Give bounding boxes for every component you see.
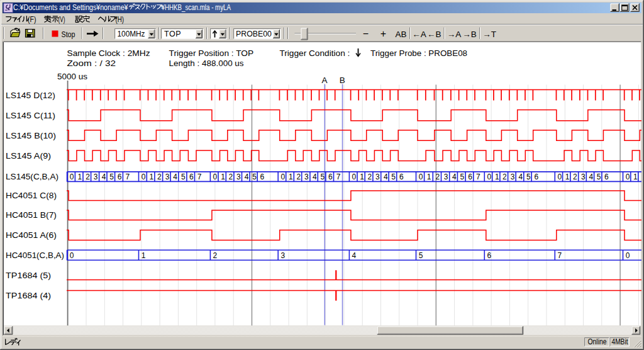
svg-text:Zoom : / 32: Zoom : / 32: [67, 59, 116, 68]
svg-text:2: 2: [297, 172, 301, 181]
svg-text:7: 7: [197, 172, 202, 181]
svg-text:0: 0: [213, 172, 218, 181]
svg-text:4: 4: [384, 172, 388, 181]
svg-text:6: 6: [328, 172, 333, 181]
svg-text:5: 5: [109, 172, 114, 181]
svg-text:3: 3: [280, 251, 285, 260]
svg-text:0: 0: [280, 172, 285, 181]
svg-text:Trigger Probe : PROBE08: Trigger Probe : PROBE08: [370, 48, 467, 58]
svg-text:0: 0: [487, 172, 492, 181]
svg-text:1: 1: [221, 172, 225, 181]
svg-text:Length : 488.000 us: Length : 488.000 us: [169, 59, 245, 68]
svg-text:4: 4: [518, 172, 523, 181]
svg-text:0: 0: [70, 251, 74, 260]
svg-text:Trigger Position : TOP: Trigger Position : TOP: [169, 48, 254, 58]
svg-text:6: 6: [189, 172, 194, 181]
svg-text:1: 1: [427, 172, 431, 181]
svg-text:6: 6: [468, 172, 472, 181]
svg-text:4: 4: [245, 172, 249, 181]
svg-text:0: 0: [352, 172, 357, 181]
svg-text:6: 6: [399, 172, 404, 181]
svg-text:(V): (V): [58, 15, 65, 24]
svg-text:LS145 A(9): LS145 A(9): [6, 151, 51, 161]
svg-text:TP1684 (5): TP1684 (5): [6, 271, 51, 280]
svg-text:0: 0: [558, 172, 562, 181]
svg-text:5000 us: 5000 us: [57, 72, 88, 81]
svg-text:LS145 B(10): LS145 B(10): [6, 131, 56, 140]
svg-text:0: 0: [70, 172, 74, 181]
svg-text:1: 1: [78, 172, 82, 181]
svg-text:TOP: TOP: [164, 30, 181, 38]
svg-text:1: 1: [633, 172, 638, 181]
svg-text:1: 1: [360, 172, 364, 181]
svg-text:6: 6: [118, 172, 122, 181]
svg-text:1: 1: [495, 172, 499, 181]
svg-text:3: 3: [511, 172, 515, 181]
svg-text:5: 5: [181, 172, 186, 181]
svg-text:0: 0: [626, 172, 630, 181]
svg-text:3: 3: [581, 172, 586, 181]
svg-text:2: 2: [502, 172, 507, 181]
svg-text:HC4051 C(8): HC4051 C(8): [6, 191, 57, 200]
svg-text:B: B: [340, 76, 345, 85]
svg-text:7: 7: [126, 172, 130, 181]
svg-text:→B: →B: [462, 30, 477, 39]
svg-text:−: −: [363, 28, 369, 39]
svg-text:0: 0: [626, 251, 630, 260]
svg-text:Stop: Stop: [62, 30, 75, 39]
svg-text:1: 1: [289, 172, 293, 181]
svg-text:2: 2: [229, 172, 233, 181]
svg-text:(H): (H): [116, 15, 125, 24]
svg-text:0: 0: [142, 172, 146, 181]
svg-text:¥HHKB_scan.mla - myLA: ¥HHKB_scan.mla - myLA: [161, 3, 231, 12]
svg-text:4: 4: [589, 172, 594, 181]
svg-text:2: 2: [213, 251, 218, 260]
svg-text:Trigger Condition :: Trigger Condition :: [279, 48, 350, 58]
svg-text:PROBE00: PROBE00: [236, 30, 272, 38]
svg-text:5: 5: [391, 172, 396, 181]
svg-text:7: 7: [336, 172, 341, 181]
svg-text:6: 6: [534, 172, 538, 181]
svg-text:LS145 C(11): LS145 C(11): [6, 111, 55, 120]
svg-text:2: 2: [573, 172, 577, 181]
svg-text:←B: ←B: [427, 30, 441, 39]
svg-text:5: 5: [597, 172, 601, 181]
svg-text:4: 4: [173, 172, 177, 181]
svg-text:3: 3: [304, 172, 309, 181]
svg-text:4: 4: [352, 251, 357, 260]
svg-text:4MBit: 4MBit: [612, 337, 629, 346]
svg-text:3: 3: [236, 172, 241, 181]
svg-text:1: 1: [565, 172, 570, 181]
svg-text:4: 4: [102, 172, 106, 181]
svg-text:A: A: [321, 76, 327, 85]
svg-text:2: 2: [86, 172, 90, 181]
svg-text:6: 6: [487, 251, 492, 260]
svg-text:3: 3: [165, 172, 170, 181]
svg-text:5: 5: [321, 172, 325, 181]
svg-text:6: 6: [604, 172, 609, 181]
svg-text:7: 7: [558, 251, 562, 260]
svg-text:HC4051(C,B,A): HC4051(C,B,A): [6, 251, 64, 260]
svg-text:5: 5: [526, 172, 531, 181]
svg-text:TP1684 (4): TP1684 (4): [6, 291, 51, 300]
svg-text:+: +: [380, 28, 386, 39]
svg-text:2: 2: [436, 172, 440, 181]
svg-text:1: 1: [142, 251, 146, 260]
svg-text:3: 3: [375, 172, 380, 181]
svg-text:4: 4: [452, 172, 457, 181]
svg-text:2: 2: [157, 172, 162, 181]
svg-text:1: 1: [150, 172, 154, 181]
svg-text:7: 7: [476, 172, 480, 181]
svg-text:(F): (F): [28, 15, 36, 24]
svg-text:5: 5: [252, 172, 257, 181]
svg-text:C:¥Documents and Settings¥nona: C:¥Documents and Settings¥noname¥: [13, 3, 128, 12]
svg-text:3: 3: [444, 172, 448, 181]
svg-text:→A: →A: [447, 30, 462, 39]
svg-text:100MHz: 100MHz: [118, 30, 145, 38]
svg-text:←A: ←A: [412, 30, 426, 39]
svg-text:0: 0: [419, 172, 423, 181]
svg-text:AB: AB: [395, 30, 406, 39]
svg-text:LS145 D(12): LS145 D(12): [6, 91, 55, 100]
svg-text:HC4051 A(6): HC4051 A(6): [6, 230, 57, 240]
svg-text:Online: Online: [588, 337, 607, 346]
